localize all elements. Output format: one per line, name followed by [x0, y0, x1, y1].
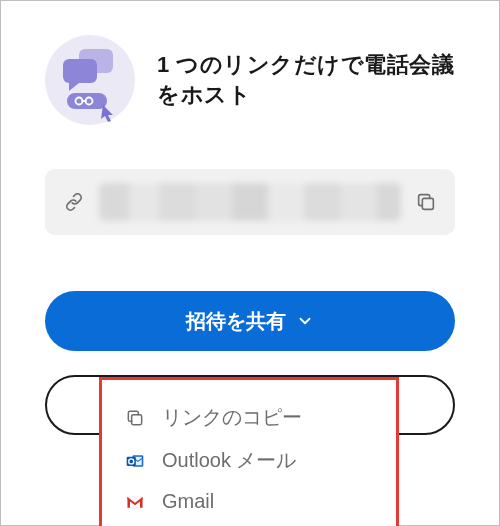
menu-item-label: Gmail	[162, 490, 214, 513]
menu-item-gmail[interactable]: Gmail	[102, 482, 396, 521]
gmail-icon	[124, 491, 146, 513]
menu-item-label: リンクのコピー	[162, 404, 302, 431]
panel: 1 つのリンクだけで電話会議をホスト 招待を共有	[0, 0, 500, 526]
menu-item-outlook[interactable]: Outlook メール	[102, 439, 396, 482]
svg-rect-5	[67, 93, 107, 109]
svg-rect-14	[127, 456, 136, 465]
outlook-icon	[124, 450, 146, 472]
menu-item-label: Outlook メール	[162, 447, 296, 474]
share-invite-label: 招待を共有	[186, 308, 286, 335]
svg-rect-3	[63, 59, 97, 83]
page-title: 1 つのリンクだけで電話会議をホスト	[157, 50, 455, 109]
chevron-down-icon	[296, 312, 314, 330]
header: 1 つのリンクだけで電話会議をホスト	[45, 35, 455, 125]
copy-icon	[124, 407, 146, 429]
meeting-illustration	[45, 35, 135, 125]
link-icon	[63, 191, 85, 213]
svg-rect-11	[132, 414, 142, 424]
meeting-link-field[interactable]	[45, 169, 455, 235]
meeting-link-value	[99, 183, 401, 221]
menu-item-copy-link[interactable]: リンクのコピー	[102, 396, 396, 439]
svg-rect-10	[422, 198, 433, 209]
copy-icon[interactable]	[415, 191, 437, 213]
share-invite-menu: リンクのコピー Outlook メール	[99, 377, 399, 526]
share-invite-button[interactable]: 招待を共有	[45, 291, 455, 351]
